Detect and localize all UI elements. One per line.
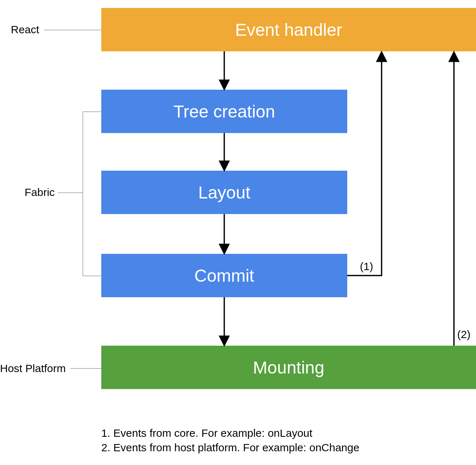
box-commit: Commit (101, 254, 347, 297)
connector-fabric-bottom (82, 276, 101, 276)
box-tree-creation: Tree creation (101, 90, 347, 133)
connector-fabric-mid (58, 192, 83, 193)
box-layout: Layout (101, 171, 347, 214)
connector-fabric-top (82, 111, 101, 112)
label-host-platform: Host Platform (0, 362, 66, 375)
connector-fabric-vert (82, 111, 83, 276)
arrows-overlay (0, 0, 476, 465)
annotation-two: (2) (457, 328, 471, 341)
box-event-handler: Event handler (101, 8, 476, 51)
box-mounting: Mounting (101, 346, 476, 389)
footer-line-2: 2. Events from host platform. For exampl… (101, 440, 360, 455)
footer-line-1: 1. Events from core. For example: onLayo… (101, 426, 313, 441)
arrow-commit-to-eh (347, 53, 382, 276)
label-fabric: Fabric (25, 186, 55, 199)
label-react: React (11, 24, 39, 36)
connector-react (44, 30, 101, 30)
connector-host-platform (71, 368, 101, 369)
annotation-one: (1) (360, 260, 373, 273)
